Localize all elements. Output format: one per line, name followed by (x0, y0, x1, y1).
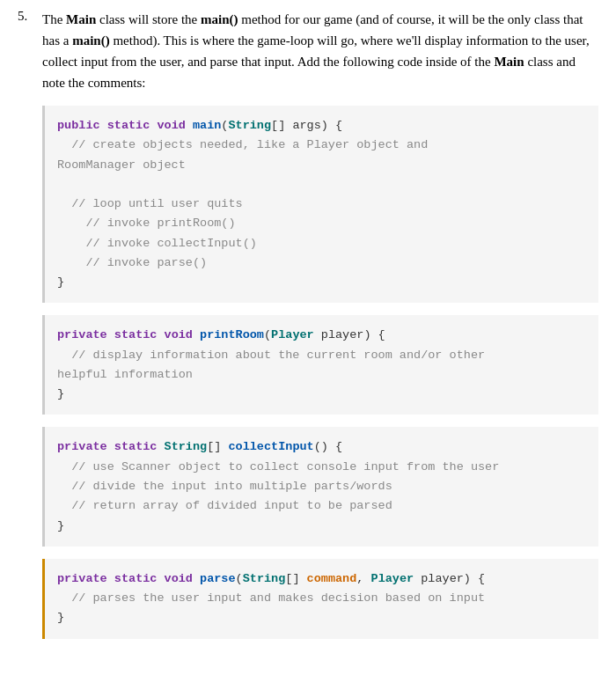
page-content: 5. The Main class will store the main() … (18, 9, 598, 651)
main-class-bold-2: Main (494, 55, 524, 69)
code-block-printroom: private static void printRoom(Player pla… (42, 315, 598, 415)
item-body: The Main class will store the main() met… (42, 9, 598, 651)
code-block-collectinput: private static String[] collectInput() {… (42, 427, 598, 546)
item-number: 5. (18, 9, 42, 651)
code-block-parse: private static void parse(String[] comma… (42, 559, 598, 639)
item-text: The Main class will store the main() met… (42, 9, 598, 93)
main-method-bold: main() (201, 12, 238, 26)
main-method-bold-2: main() (72, 33, 110, 48)
code-block-main: public static void main(String[] args) {… (42, 106, 598, 303)
main-class-bold: Main (66, 12, 96, 26)
list-item: 5. The Main class will store the main() … (18, 9, 598, 651)
